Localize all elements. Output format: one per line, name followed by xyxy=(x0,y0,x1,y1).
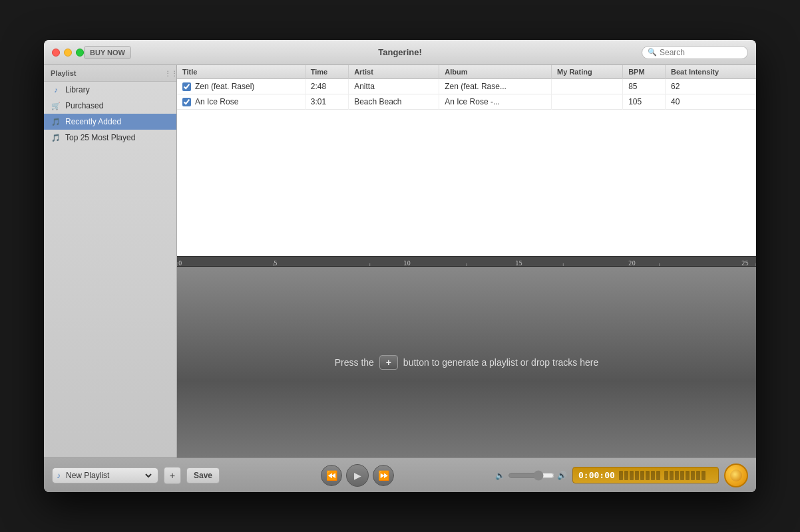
recently-added-icon: 🎵 xyxy=(51,116,61,127)
svg-text:5: 5 xyxy=(274,260,277,267)
volume-low-icon: 🔈 xyxy=(495,471,505,480)
buy-now-button[interactable]: BUY NOW xyxy=(84,46,131,59)
time-bar-7 xyxy=(651,471,655,480)
generate-plus-button[interactable]: + xyxy=(379,355,398,370)
add-playlist-button[interactable]: + xyxy=(164,467,181,484)
track-beat-1: 62 xyxy=(665,79,756,94)
timeline-ruler: 0 5 10 15 20 25 30 xyxy=(177,256,756,267)
sidebar-label-library: Library xyxy=(65,85,90,94)
track-beat-2: 40 xyxy=(665,94,756,110)
sidebar-label-recently-added: Recently Added xyxy=(65,117,121,126)
sidebar-item-purchased[interactable]: 🛒 Purchased xyxy=(44,98,176,114)
svg-text:20: 20 xyxy=(628,260,636,267)
sidebar-label-purchased: Purchased xyxy=(65,101,103,110)
sidebar-header: Playlist ⋮⋮ xyxy=(44,65,176,82)
time-bar-b5 xyxy=(686,471,690,480)
drop-zone[interactable]: Press the + button to generate a playlis… xyxy=(177,267,756,458)
main-content: Playlist ⋮⋮ ♪ Library 🛒 Purchased 🎵 Rece… xyxy=(44,65,756,458)
playlist-select[interactable]: New Playlist xyxy=(63,470,154,481)
save-button[interactable]: Save xyxy=(186,467,220,483)
time-bar-5 xyxy=(640,471,644,480)
search-bar[interactable]: 🔍 xyxy=(642,46,748,59)
col-header-album: Album xyxy=(439,65,552,79)
svg-text:10: 10 xyxy=(403,260,411,267)
sidebar-item-top25[interactable]: 🎵 Top 25 Most Played xyxy=(44,130,176,146)
minimize-button[interactable] xyxy=(64,49,72,57)
rewind-icon: ⏪ xyxy=(326,470,337,481)
time-bar-8 xyxy=(656,471,660,480)
tangerine-button-inner xyxy=(730,469,742,481)
time-bar-b4 xyxy=(680,471,684,480)
window-title: Tangerine! xyxy=(378,47,422,57)
table-row: An Ice Rose 3:01 Beach Beach An Ice Rose… xyxy=(177,94,756,110)
track-rating-2 xyxy=(552,94,623,110)
track-bpm-1: 85 xyxy=(623,79,666,94)
drop-message-suffix: button to generate a playlist or drop tr… xyxy=(403,357,598,368)
play-icon: ▶ xyxy=(354,470,361,481)
sidebar-item-library[interactable]: ♪ Library xyxy=(44,82,176,98)
volume-slider[interactable] xyxy=(508,470,554,481)
track-bpm-2: 105 xyxy=(623,94,666,110)
track-checkbox-1[interactable] xyxy=(182,82,191,91)
table-header-row: Title Time Artist Album My Rating BPM Be… xyxy=(177,65,756,79)
time-bar-b3 xyxy=(675,471,679,480)
bottom-toolbar: ♪ New Playlist + Save ⏪ ▶ ⏩ 🔈 xyxy=(44,458,756,492)
top25-icon: 🎵 xyxy=(51,132,61,143)
col-header-artist: Artist xyxy=(349,65,439,79)
sidebar-header-label: Playlist xyxy=(51,69,77,77)
time-display: 0:00:00 xyxy=(572,467,719,483)
play-button[interactable]: ▶ xyxy=(346,464,369,487)
time-bar-b6 xyxy=(691,471,695,480)
col-header-title: Title xyxy=(177,65,305,79)
sidebar-resize-handle[interactable]: ⋮⋮ xyxy=(164,70,170,77)
track-artist-1: Anitta xyxy=(349,79,439,94)
maximize-button[interactable] xyxy=(76,49,84,57)
main-window: BUY NOW Tangerine! 🔍 Playlist ⋮⋮ ♪ Libra… xyxy=(44,40,756,492)
track-title-cell: Zen (feat. Rasel) xyxy=(177,79,305,94)
time-value: 0:00:00 xyxy=(578,470,615,480)
close-button[interactable] xyxy=(52,49,60,57)
track-artist-2: Beach Beach xyxy=(349,94,439,110)
sidebar: Playlist ⋮⋮ ♪ Library 🛒 Purchased 🎵 Rece… xyxy=(44,65,177,458)
playlist-icon: ♪ xyxy=(57,471,61,480)
track-time-1: 2:48 xyxy=(305,79,348,94)
fast-forward-button[interactable]: ⏩ xyxy=(373,465,394,486)
tangerine-button[interactable] xyxy=(724,464,748,487)
table-row: Zen (feat. Rasel) 2:48 Anitta Zen (feat.… xyxy=(177,79,756,94)
transport-controls: ⏪ ▶ ⏩ xyxy=(321,464,394,487)
sidebar-item-recently-added[interactable]: 🎵 Recently Added xyxy=(44,114,176,130)
tracks-table: Title Time Artist Album My Rating BPM Be… xyxy=(177,65,756,256)
purchased-icon: 🛒 xyxy=(51,100,61,111)
time-bar-b8 xyxy=(701,471,705,480)
titlebar: BUY NOW Tangerine! 🔍 xyxy=(44,40,756,65)
fast-forward-icon: ⏩ xyxy=(378,470,389,481)
track-checkbox-2[interactable] xyxy=(182,98,191,106)
track-rating-1 xyxy=(552,79,623,94)
col-header-bpm: BPM xyxy=(623,65,666,79)
volume-section: 🔈 🔊 xyxy=(495,470,567,481)
time-bar-2 xyxy=(624,471,628,480)
time-bar-b2 xyxy=(670,471,674,480)
track-title-1: Zen (feat. Rasel) xyxy=(195,82,254,91)
col-header-beat-intensity: Beat Intensity xyxy=(665,65,756,79)
svg-text:25: 25 xyxy=(741,260,749,267)
traffic-lights xyxy=(52,49,84,57)
col-header-time: Time xyxy=(305,65,348,79)
time-bars xyxy=(619,471,660,480)
time-bar-b7 xyxy=(696,471,700,480)
playlist-dropdown-wrap: ♪ New Playlist xyxy=(52,467,158,483)
drop-message-prefix: Press the xyxy=(335,357,374,368)
drop-message: Press the + button to generate a playlis… xyxy=(335,355,599,370)
svg-text:0: 0 xyxy=(178,260,182,267)
time-bars-2 xyxy=(664,471,705,480)
add-icon: + xyxy=(170,470,175,481)
rewind-button[interactable]: ⏪ xyxy=(321,465,342,486)
sidebar-label-top25: Top 25 Most Played xyxy=(65,133,135,142)
search-input[interactable] xyxy=(660,48,739,57)
track-title-2: An Ice Rose xyxy=(195,97,238,106)
svg-text:15: 15 xyxy=(515,260,522,267)
music-note-icon: ♪ xyxy=(51,84,61,95)
volume-high-icon: 🔊 xyxy=(557,471,567,480)
time-bar-6 xyxy=(646,471,650,480)
track-album-1: Zen (feat. Rase... xyxy=(439,79,552,94)
